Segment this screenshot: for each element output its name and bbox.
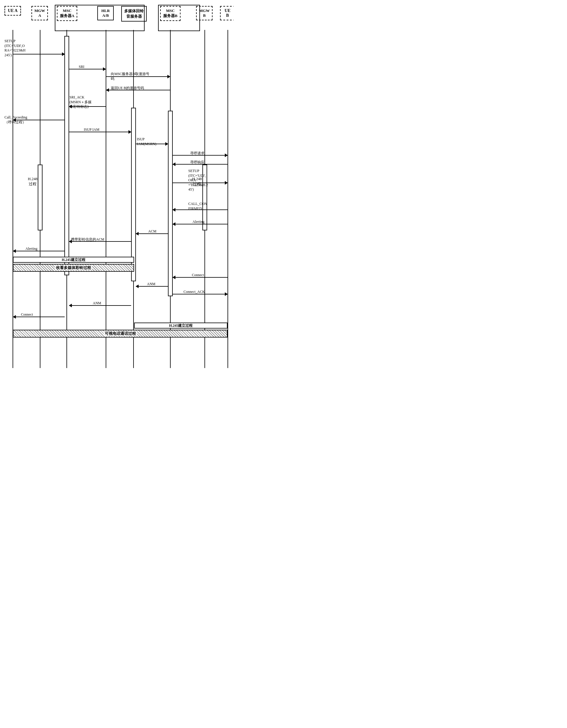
- label-query-msrn: 向MSC服务器B取漫游号 码: [111, 72, 149, 81]
- label-connect-b: Connect: [192, 273, 204, 277]
- label-setup1: SETUP (ITC='UDI',O RA='H223&H 245'): [4, 39, 25, 57]
- activation-msc-b: [168, 111, 173, 296]
- activation-msc-a: [64, 36, 69, 275]
- label-connect-ack: Connect_ACK: [183, 290, 205, 294]
- h245-setup-bar-1: H.245建立过程: [13, 257, 134, 263]
- label-anm2: ANM: [93, 301, 101, 306]
- lifeline-ue-b: [227, 30, 228, 368]
- label-anm1: ANM: [147, 282, 155, 286]
- label-connect-a: Connect: [21, 312, 33, 317]
- entity-mgw-b: MGWB: [196, 6, 212, 20]
- arrow-isup-iam: [69, 132, 131, 132]
- label-alerting-b: Alerting: [192, 220, 204, 224]
- sequence-diagram: UE A MGWA MSC服务器A HLRA/B 多媒体回铃音服务器 MSC服务…: [0, 0, 233, 371]
- entity-ue-b: UE B: [220, 6, 233, 20]
- label-acm-ringback: 携带彩铃信息的ACM: [71, 237, 104, 242]
- arrow-sri: [69, 69, 106, 69]
- label-h248-b: H.248 过程: [192, 177, 202, 187]
- label-call-proceeding: Call_Poceeding （呼叫过程）: [4, 115, 27, 124]
- arrow-alerting-a: [13, 251, 65, 251]
- h245-setup-bar-2: H.245建立过程: [134, 323, 227, 329]
- label-isup-iam: ISUP IAM: [84, 127, 99, 132]
- ringback-process-bar: 收看多媒体彩铃过程: [13, 264, 134, 272]
- label-sri: SRI: [79, 65, 84, 69]
- label-acm: ACM: [148, 229, 156, 234]
- activation-mgw-a: [38, 165, 42, 230]
- label-alerting-a: Alerting: [25, 247, 37, 251]
- entity-mgw-a: MGWA: [31, 6, 48, 20]
- entity-msc-b: MSC服务器B: [160, 6, 180, 21]
- label-isup-iam-msrn: ISUP IAM(MSRN): [137, 137, 156, 146]
- activation-ringback: [131, 108, 136, 281]
- label-paging-req: 寻呼请求: [190, 151, 204, 156]
- entity-ue-a: UE A: [4, 6, 21, 16]
- label-h248-a: H.248 过程: [28, 177, 37, 187]
- lifeline-hlr: [106, 30, 106, 368]
- videocall-process-bar: 可视电话通话过程: [13, 330, 227, 338]
- label-return-msrn: 返回UE B的漫游号码: [111, 86, 144, 91]
- entity-msc-a: MSC服务器A: [57, 6, 77, 21]
- entity-ringback: 多媒体回铃音服务器: [121, 6, 147, 22]
- entity-hlr: HLRA/B: [97, 6, 114, 20]
- label-sri-ack: SRI_ACK (MSRN＋多媒 体彩铃标志): [69, 95, 92, 109]
- label-call-confirmed: CALL_CON FIRMED: [188, 202, 207, 211]
- label-paging-resp: 寻呼响应: [190, 160, 204, 165]
